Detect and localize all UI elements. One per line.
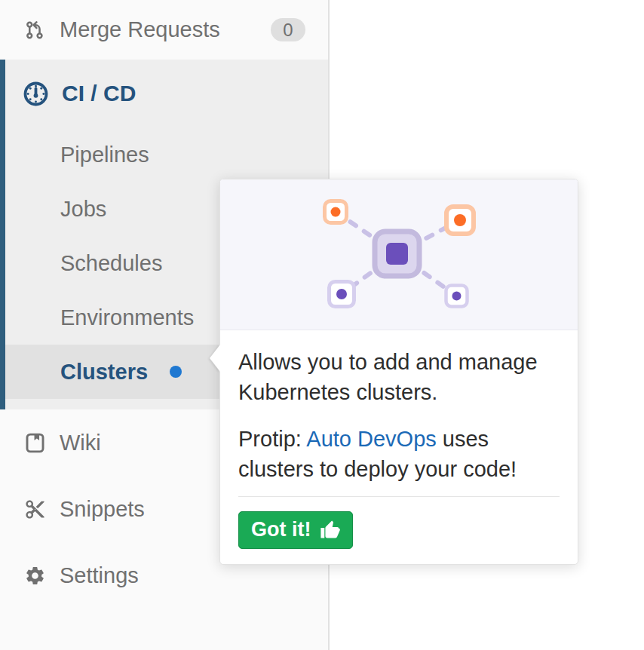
- sidebar-item-merge-requests[interactable]: Merge Requests 0: [0, 0, 328, 60]
- merge-requests-count-badge: 0: [271, 18, 305, 41]
- popover-divider: [238, 496, 560, 497]
- settings-label: Settings: [60, 563, 139, 588]
- popover-description: Allows you to add and manage Kubernetes …: [238, 347, 560, 407]
- new-feature-dot: [170, 366, 182, 378]
- popover-body: Allows you to add and manage Kubernetes …: [220, 330, 578, 564]
- clusters-label: Clusters: [60, 360, 148, 385]
- pipelines-label: Pipelines: [60, 143, 149, 167]
- scissors-icon: [24, 498, 46, 520]
- popover-arrow: [210, 345, 220, 372]
- gauge-icon: [23, 81, 49, 107]
- jobs-label: Jobs: [60, 197, 106, 222]
- gear-icon: [24, 565, 46, 587]
- merge-requests-label: Merge Requests: [60, 17, 257, 42]
- clusters-illustration: [220, 179, 578, 330]
- popover-protip: Protip: Auto DevOps uses clusters to dep…: [238, 424, 560, 484]
- auto-devops-link[interactable]: Auto DevOps: [306, 427, 436, 451]
- screen: Merge Requests 0: [0, 0, 644, 650]
- wiki-label: Wiki: [60, 431, 101, 455]
- protip-prefix: Protip:: [238, 427, 302, 451]
- clusters-feature-popover: Allows you to add and manage Kubernetes …: [219, 179, 578, 565]
- got-it-label: Got it!: [251, 518, 311, 541]
- merge-request-icon: [24, 19, 46, 41]
- snippets-label: Snippets: [60, 497, 145, 522]
- cicd-label: CI / CD: [62, 81, 136, 106]
- sidebar-item-pipelines[interactable]: Pipelines: [5, 127, 328, 182]
- thumbs-up-icon: [319, 519, 341, 541]
- got-it-button[interactable]: Got it!: [238, 511, 353, 549]
- environments-label: Environments: [60, 305, 194, 330]
- schedules-label: Schedules: [60, 251, 162, 276]
- wiki-book-icon: [24, 432, 46, 454]
- sidebar-item-cicd[interactable]: CI / CD: [5, 60, 328, 127]
